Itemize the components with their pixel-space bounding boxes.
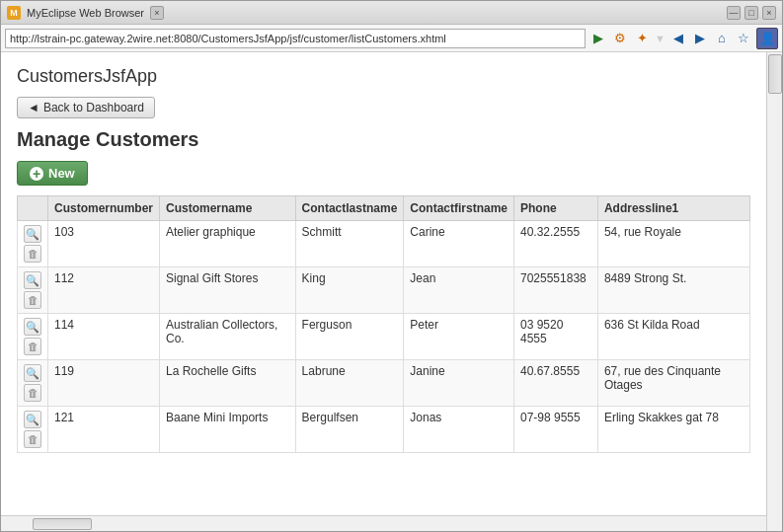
title-bar-left: M MyEclipse Web Browser × (7, 6, 164, 20)
col-contactfirstname: Contactfirstname (404, 196, 514, 221)
horizontal-scrollbar[interactable] (1, 515, 766, 531)
view-icon[interactable]: 🔍 (24, 225, 41, 243)
stop-btn[interactable]: ✦ (633, 30, 651, 47)
table-row: 🔍 🗑 114Australian Collectors, Co.Ferguso… (18, 314, 750, 360)
address: 54, rue Royale (597, 221, 749, 267)
customer-number: 112 (48, 267, 160, 314)
customer-number: 121 (48, 407, 160, 453)
contact-lastname: Ferguson (295, 314, 404, 360)
customer-name: Baane Mini Imports (160, 407, 296, 453)
tab-title: MyEclipse Web Browser (27, 7, 144, 19)
action-cell: 🔍 🗑 (18, 360, 48, 407)
minimize-btn[interactable]: — (727, 6, 741, 20)
customer-name: Signal Gift Stores (160, 267, 296, 314)
action-icons: 🔍 🗑 (24, 271, 41, 309)
contact-firstname: Carine (404, 221, 514, 267)
customer-number: 114 (48, 314, 160, 360)
address-bar-row: ▶ ⚙ ✦ ▼ ◀ ▶ ⌂ ☆ 👤 (1, 25, 782, 52)
home-btn[interactable]: ⌂ (713, 30, 731, 47)
action-icons: 🔍 🗑 (24, 364, 41, 402)
maximize-btn[interactable]: □ (744, 6, 758, 20)
table-row: 🔍 🗑 103Atelier graphiqueSchmittCarine40.… (18, 221, 750, 267)
col-customername: Customername (160, 196, 296, 221)
customers-table: Customernumber Customername Contactlastn… (17, 195, 750, 453)
phone: 40.67.8555 (514, 360, 598, 407)
bookmarks-btn[interactable]: ☆ (735, 30, 752, 47)
address: 67, rue des Cinquante Otages (597, 360, 749, 407)
new-btn-plus-icon: + (30, 167, 43, 181)
manage-customers-heading: Manage Customers (17, 128, 750, 151)
contact-lastname: Bergulfsen (295, 407, 404, 453)
phone: 07-98 9555 (514, 407, 598, 453)
col-phone: Phone (514, 196, 598, 221)
view-icon[interactable]: 🔍 (24, 318, 41, 336)
view-icon[interactable]: 🔍 (24, 271, 41, 289)
delete-icon[interactable]: 🗑 (24, 430, 41, 448)
back-to-dashboard-btn[interactable]: ◄ Back to Dashboard (17, 97, 155, 118)
customer-name: La Rochelle Gifts (160, 360, 296, 407)
page-main: CustomersJsfApp ◄ Back to Dashboard Mana… (1, 52, 766, 531)
delete-icon[interactable]: 🗑 (24, 338, 41, 355)
close-btn[interactable]: × (762, 6, 776, 20)
customer-name: Atelier graphique (160, 221, 296, 267)
contact-firstname: Jean (404, 267, 514, 314)
forward-nav-btn[interactable]: ▶ (691, 30, 709, 47)
title-bar: M MyEclipse Web Browser × — □ × (1, 1, 782, 25)
action-cell: 🔍 🗑 (18, 221, 48, 267)
bottom-bar (1, 515, 766, 531)
browser-tab-icon: M (7, 6, 21, 20)
back-btn-label: Back to Dashboard (43, 101, 144, 114)
action-cell: 🔍 🗑 (18, 267, 48, 314)
h-scroll-thumb[interactable] (33, 518, 92, 530)
window-controls: — □ × (727, 6, 776, 20)
action-icons: 🔍 🗑 (24, 318, 41, 355)
address: Erling Skakkes gat 78 (597, 407, 749, 453)
phone: 03 9520 4555 (514, 314, 598, 360)
table-row: 🔍 🗑 121Baane Mini ImportsBergulfsenJonas… (18, 407, 750, 453)
customer-number: 119 (48, 360, 160, 407)
col-actions (18, 196, 48, 221)
new-customer-btn[interactable]: + New (17, 161, 88, 186)
action-cell: 🔍 🗑 (18, 407, 48, 453)
address: 8489 Strong St. (597, 267, 749, 314)
col-addressline1: Addressline1 (597, 196, 749, 221)
action-icons: 🔍 🗑 (24, 225, 41, 263)
tab-close-btn[interactable]: × (150, 6, 164, 20)
delete-icon[interactable]: 🗑 (24, 291, 41, 309)
action-icons: 🔍 🗑 (24, 411, 41, 448)
contact-lastname: Schmitt (295, 221, 404, 267)
back-arrow-icon: ◄ (28, 101, 39, 114)
contact-firstname: Janine (404, 360, 514, 407)
table-row: 🔍 🗑 119La Rochelle GiftsLabruneJanine40.… (18, 360, 750, 407)
delete-icon[interactable]: 🗑 (24, 245, 41, 263)
view-icon[interactable]: 🔍 (24, 411, 41, 428)
v-scroll-thumb[interactable] (768, 54, 782, 94)
table-header-row: Customernumber Customername Contactlastn… (18, 196, 750, 221)
go-btn[interactable]: ▶ (589, 30, 607, 47)
address: 636 St Kilda Road (597, 314, 749, 360)
user-btn[interactable]: 👤 (756, 28, 778, 49)
page-body: CustomersJsfApp ◄ Back to Dashboard Mana… (1, 52, 766, 515)
separator1: ▼ (655, 33, 666, 44)
back-nav-btn[interactable]: ◀ (669, 30, 687, 47)
new-btn-label: New (48, 166, 75, 181)
vertical-scrollbar[interactable] (766, 52, 782, 531)
table-row: 🔍 🗑 112Signal Gift StoresKingJean7025551… (18, 267, 750, 314)
browser-window: M MyEclipse Web Browser × — □ × ▶ ⚙ ✦ ▼ … (0, 0, 783, 532)
contact-firstname: Peter (404, 314, 514, 360)
contact-firstname: Jonas (404, 407, 514, 453)
delete-icon[interactable]: 🗑 (24, 384, 41, 402)
col-customernumber: Customernumber (48, 196, 160, 221)
refresh-btn[interactable]: ⚙ (611, 30, 629, 47)
contact-lastname: Labrune (295, 360, 404, 407)
phone: 40.32.2555 (514, 221, 598, 267)
app-title: CustomersJsfApp (17, 66, 750, 87)
customer-number: 103 (48, 221, 160, 267)
phone: 7025551838 (514, 267, 598, 314)
content-area: CustomersJsfApp ◄ Back to Dashboard Mana… (1, 52, 782, 531)
col-contactlastname: Contactlastname (295, 196, 404, 221)
action-cell: 🔍 🗑 (18, 314, 48, 360)
address-input[interactable] (5, 29, 586, 48)
view-icon[interactable]: 🔍 (24, 364, 41, 382)
contact-lastname: King (295, 267, 404, 314)
